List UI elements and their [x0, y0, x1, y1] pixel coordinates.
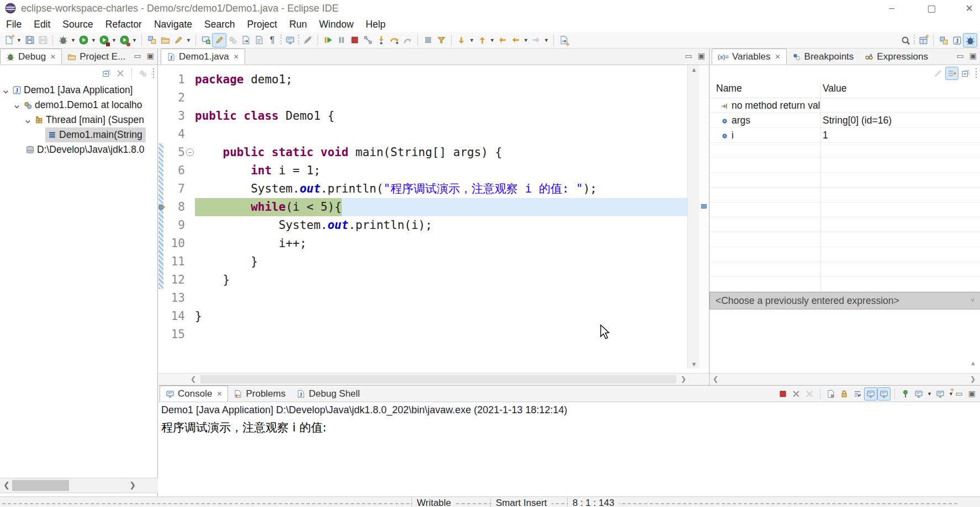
tab-debug[interactable]: Debug ✕	[0, 49, 62, 65]
console-output-area[interactable]: Demo1 [Java Application] D:\Develop\Java…	[158, 402, 980, 497]
tree-item-vm[interactable]: demo1.Demo1 at localho	[0, 98, 157, 113]
tab-debug-shell[interactable]: Debug Shell	[291, 386, 365, 402]
previous-annotation-dropdown[interactable]: ▼	[489, 34, 496, 47]
maximize-view-icon[interactable]: ▣	[698, 51, 705, 60]
scrollbar-thumb[interactable]	[12, 480, 69, 491]
menu-source[interactable]: Source	[56, 17, 99, 32]
menu-edit[interactable]: Edit	[28, 17, 56, 32]
variables-hscrollbar[interactable]: ❮ ❯	[709, 373, 980, 385]
scroll-left-icon[interactable]: ❮	[190, 375, 196, 383]
display-selected-console-icon[interactable]	[913, 388, 925, 400]
save-all-icon[interactable]	[36, 34, 49, 47]
terminate-icon[interactable]	[777, 388, 789, 400]
next-annotation-icon[interactable]	[455, 34, 468, 47]
java-perspective-icon[interactable]	[950, 34, 963, 47]
remove-all-terminated-icon[interactable]	[803, 388, 815, 400]
pin-console-icon[interactable]	[899, 388, 912, 400]
minimize-view-icon[interactable]: ▭	[957, 51, 964, 60]
open-type-icon[interactable]	[145, 34, 158, 47]
menu-search[interactable]: Search	[198, 17, 241, 32]
scroll-right-icon[interactable]: ❯	[681, 375, 686, 383]
expression-dropdown[interactable]: <Choose a previously entered expression>…	[709, 292, 980, 309]
view-menu-icon[interactable]	[153, 68, 154, 78]
forward-dropdown[interactable]: ▼	[543, 34, 550, 47]
gear-doc-icon[interactable]	[226, 34, 239, 47]
disconnect-icon[interactable]	[361, 34, 374, 47]
show-logical-structures-icon[interactable]	[946, 67, 958, 79]
search-icon[interactable]	[899, 34, 912, 47]
minimize-view-icon[interactable]: ▭	[956, 389, 963, 398]
menu-window[interactable]: Window	[313, 17, 359, 32]
new-wizard-dropdown[interactable]: ▼	[15, 34, 23, 47]
back-icon[interactable]	[509, 34, 522, 47]
clear-console-icon[interactable]	[825, 388, 837, 400]
wand-icon[interactable]	[172, 34, 185, 47]
debug-icon[interactable]	[56, 34, 70, 47]
editor-hscrollbar[interactable]: ❮ ❯	[158, 373, 708, 385]
maximize-view-icon[interactable]: ▣	[147, 51, 154, 60]
column-value[interactable]: Value	[820, 83, 846, 98]
pilcrow-icon[interactable]: ¶	[266, 34, 279, 47]
show-on-stderr-icon[interactable]	[878, 388, 890, 400]
menu-navigate[interactable]: Navigate	[148, 17, 198, 32]
editor-vscrollbar[interactable]: ▲ ▼	[687, 65, 700, 369]
open-resource-icon[interactable]	[158, 34, 172, 47]
tab-problems[interactable]: Problems	[228, 386, 291, 402]
chevron-down-icon[interactable]	[13, 102, 21, 109]
resource-perspective-icon[interactable]	[937, 34, 950, 47]
view-gears-icon[interactable]	[137, 67, 149, 79]
step-into-icon[interactable]	[374, 34, 388, 47]
wand-dropdown[interactable]: ▼	[185, 34, 192, 47]
close-window-button[interactable]: ✕	[958, 0, 980, 17]
doc-arrows-icon[interactable]	[239, 34, 252, 47]
tree-item-jre[interactable]: D:\Develop\Java\jdk1.8.0	[0, 142, 157, 157]
pause-icon[interactable]	[335, 34, 348, 47]
remove-all-terminated-icon[interactable]	[114, 67, 126, 79]
tree-item-stack-frame[interactable]: Demo1.main(String	[0, 127, 157, 142]
maximize-view-icon[interactable]: ▣	[968, 389, 976, 398]
terminate-icon[interactable]	[348, 34, 361, 47]
run-icon[interactable]	[77, 34, 90, 47]
tab-project-explorer[interactable]: Project E...	[62, 49, 131, 65]
skip-all-breakpoints-icon[interactable]	[421, 34, 435, 47]
menu-help[interactable]: Help	[359, 17, 391, 32]
console-view-icon[interactable]	[283, 34, 296, 47]
tab-variables[interactable]: (x)= Variables ✕	[712, 49, 787, 65]
close-icon[interactable]: ✕	[234, 53, 239, 61]
no-edit-icon[interactable]	[301, 34, 314, 47]
scroll-left-icon[interactable]: ❮	[3, 481, 10, 489]
menu-run[interactable]: Run	[283, 17, 313, 32]
scroll-left-icon[interactable]: ❮	[713, 375, 718, 383]
back-dropdown[interactable]: ▼	[522, 34, 529, 47]
scroll-lock-icon[interactable]	[838, 388, 850, 400]
external-tools-icon[interactable]	[118, 34, 131, 47]
code-editor[interactable]: 12 34 56 78 910 1112 1314 15 − package d…	[158, 65, 708, 369]
minimize-view-icon[interactable]: ▭	[134, 51, 141, 60]
save-icon[interactable]	[23, 34, 36, 47]
step-return-icon[interactable]	[401, 34, 414, 47]
column-name[interactable]: Name	[709, 83, 820, 98]
highlight-occurrences-icon[interactable]	[213, 34, 226, 47]
forward-icon[interactable]	[529, 34, 543, 47]
collapse-all-icon[interactable]	[100, 67, 113, 79]
tab-demo1-java[interactable]: Demo1.java ✕	[161, 49, 245, 65]
new-wizard-icon[interactable]	[2, 34, 15, 47]
minimize-view-icon[interactable]: ▭	[685, 51, 692, 60]
maximize-window-button[interactable]: ▢	[919, 0, 944, 17]
debug-perspective-icon[interactable]	[963, 34, 977, 47]
show-type-names-icon[interactable]	[932, 67, 944, 79]
step-over-icon[interactable]	[388, 34, 401, 47]
open-console-icon[interactable]	[934, 388, 946, 400]
variable-detail-pane[interactable]: ▲	[709, 309, 980, 369]
minimize-window-button[interactable]: –	[879, 0, 904, 17]
previous-annotation-icon[interactable]	[475, 34, 489, 47]
scroll-up-icon[interactable]: ▲	[970, 360, 976, 366]
close-icon[interactable]: ✕	[775, 53, 781, 61]
last-edit-location-icon[interactable]	[496, 34, 509, 47]
scrollbar-thumb[interactable]	[200, 375, 676, 383]
view-menu-icon[interactable]	[976, 68, 977, 78]
use-step-filters-icon[interactable]	[435, 34, 448, 47]
chevron-down-icon[interactable]	[2, 87, 10, 94]
editor-area[interactable]: Demo1.java ✕ ▭ ▣ 12 34 56 78 910 1112 13…	[158, 49, 708, 385]
word-wrap-icon[interactable]	[851, 388, 864, 400]
